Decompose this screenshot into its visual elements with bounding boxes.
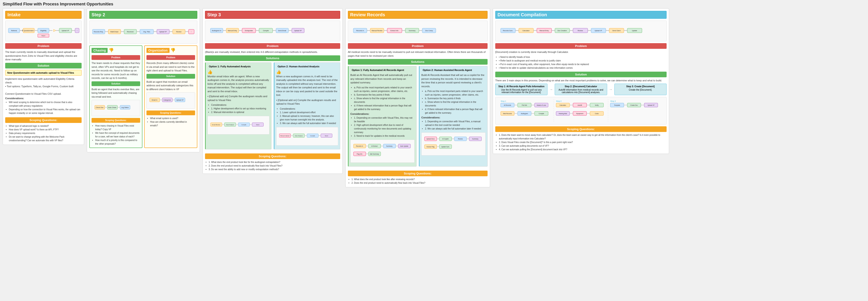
svg-text:Hearing Aids: Hearing Aids [559,113,567,114]
doccomp-scoping-header: Scoping Questions: [495,126,666,132]
svg-text:Step 2: Step 2 [556,100,562,102]
step3-option2-header: Option 2: Human Assisted Analysis [276,64,338,68]
doccomp-solution-header: Solution [495,72,666,77]
chasing-scoping-list: How many chasing in Visual Files exist t… [92,124,140,146]
svg-text:Add Summary: Add Summary [370,153,379,155]
svg-text:Audiogram: Audiogram [521,113,528,114]
svg-text:AI Copilot: AI Copilot [442,138,449,140]
review-scoping-header: Scoping Questions: [348,171,488,176]
svg-text:Log Status: Log Status [121,107,129,108]
svg-text:Doc Creation: Doc Creation [558,30,567,31]
doccomp-scoping-list: 1. Does the team want to move away from … [495,133,666,152]
svg-text:Review: Review [578,30,583,31]
review-option1-considerations-label: Considerations: [350,112,414,115]
step3-option1-header: Option 1: Fully Automated Analysis [208,64,270,68]
svg-text:Summary: Summary [386,145,393,147]
chasing-box: Chasing 👎 Problem The team needs to chas… [89,45,143,148]
svg-text:Questionnaire: Questionnaire [24,30,34,32]
review-option2-header: Option 2: Human Assisted Records Agent [421,68,486,72]
svg-text:Verify: Verify [595,104,599,106]
svg-text:Upload VF: Upload VF [594,30,602,32]
review-option1-bullets: a. Pick out the most important parts rel… [350,86,414,111]
chasing-title: Chasing [92,48,107,53]
org-scoping-list: What email system is used? How are clien… [147,116,195,128]
svg-text:Costs: Costs [595,113,599,114]
svg-text:Autofill: Autofill [578,104,582,106]
step3-scoping-list: 1. What does the end product look like f… [205,161,340,171]
intake-solution-header: Solution [5,63,82,68]
svg-text:Step 3: Step 3 [610,100,616,102]
intake-scoping-header: Scoping Questions: [5,117,82,123]
intake-considerations: Will need scoping to determine which too… [5,101,82,115]
step3-option2-add: • [Optional add on] Compile the audiogra… [276,98,338,106]
chasing-scoping: Scoping Questions: [92,118,140,123]
svg-text:→: → [191,31,192,33]
step3-options: Option 1: Fully Automated Analysis 👍 Mon… [205,62,340,151]
svg-text:Calculator: Calculator [522,30,530,31]
doccomp-header: Document Compilation [495,11,666,19]
intake-solution-text: Implement new questionnaire with automat… [5,77,82,96]
doccomp-step3: Step 3: Create [Document] Create the [Do… [614,83,666,95]
svg-text:Send Client: Send Client [612,30,620,31]
svg-text:Check Due: Check Due [96,107,103,108]
svg-text:Summary: Summary [472,138,478,140]
chasing-solution: Solution [92,81,140,86]
svg-text:Update Sum.: Update Sum. [441,146,450,148]
review-header: Review Records [348,11,488,19]
svg-text:Upload VF: Upload VF [159,31,166,33]
svg-text:Calculator: Calculator [559,104,566,106]
svg-text:Update: Update [632,30,637,32]
intake-problem-header: Problem [5,43,82,49]
doccomp-problem-header: Problem [495,43,666,49]
svg-text:Manual Entry: Manual Entry [228,30,237,32]
svg-text:Audiogram In: Audiogram In [212,30,221,32]
svg-text:Template: Template [614,104,620,106]
org-box: Organization 👎 Problem Records (from man… [144,45,197,148]
step3-flow-diagram: Audiogram In Manual Entry Extrapolate Co… [205,21,340,41]
svg-text:Auto Chase: Auto Chase [108,107,116,108]
step2-flow-diagram: Records Req. Wait/Chase Received Org. Fi… [89,21,197,44]
step3-option1: Option 1: Fully Automated Analysis 👍 Mon… [205,62,272,149]
review-problem-text: All medical records need to be manually … [348,50,488,58]
org-flow: Email In Categorize Upload VF [147,93,195,109]
review-option2-considerations: 1. Depending on connection with Visual F… [421,120,486,131]
org-problem-text: Records (from many different clients) co… [147,61,195,72]
review-option1-considerations: 1. Depending on connection with Visual F… [350,116,414,138]
step3-option1-add: • [Optional add on] Compile the audiogra… [208,95,270,102]
step3-option1-thumbup: 👍 [208,70,213,74]
doccomp-problem-bullets: • Need to identify heads of loss • Refer… [495,55,666,70]
svg-text:Compile: Compile [539,113,544,114]
svg-text:→: → [76,30,78,31]
doccomp-step2-label: Step 2: [Document] Calculator [556,85,605,88]
doccomp-step3-text: Create the [Document]. [616,89,665,91]
svg-text:Extrapolate: Extrapolate [245,30,253,32]
review-flow-diagram: Records In Manual Review Extract Info Su… [348,21,488,41]
review-option2-considerations-label: Considerations: [421,116,486,119]
doccomp-section: Document Compilation Records Sum. Calcul… [493,8,669,154]
step3-problem-text: (Blank)s are manually reviewed, then ent… [205,50,340,54]
svg-text:Auto Analyse: Auto Analyse [226,124,234,125]
review-problem-header: Problem [348,43,488,49]
doccomp-step1-label: Step 1: AI Records Agent Pulls Informati… [497,85,546,88]
svg-text:Send: Send [256,124,259,125]
svg-text:Upload VF: Upload VF [61,30,69,32]
svg-text:Flag Info: Flag Info [357,153,362,155]
svg-text:Review: Review [176,31,182,33]
review-option2-text: Build AI Records Assistant that will act… [421,73,486,88]
svg-text:Heads of Loss: Heads of Loss [537,104,546,106]
step3-option2-flow: Manual Upload Auto Analyse Compile Send [276,127,338,145]
doccomp-problem-text: [Document] creation is currently done ma… [495,50,666,54]
chasing-thumbdown-icon: 👎 [109,48,114,53]
intake-section: Intake Referral Questionnaire Eligibilit… [3,8,84,145]
step2-header: Step 2 [89,11,197,19]
step3-option1-flow: Email Monitor Auto Analyse Compile Send [208,116,270,134]
review-section: Review Records Records In Manual Review … [345,8,490,187]
svg-text:Upload Docs: Upload Docs [426,138,435,140]
svg-text:Manual Review: Manual Review [372,30,383,31]
svg-text:Doc Comp: Doc Comp [425,30,433,32]
review-solutions-header: Solutions [348,59,488,65]
doccomp-flow-diagram: Records Sum. Calculator Manual Entry Doc… [495,21,666,41]
svg-text:Pull Info: Pull Info [522,104,527,106]
review-option1-text: Build an AI Records Agent that will auto… [350,73,414,85]
svg-text:Records Req.: Records Req. [94,31,103,33]
